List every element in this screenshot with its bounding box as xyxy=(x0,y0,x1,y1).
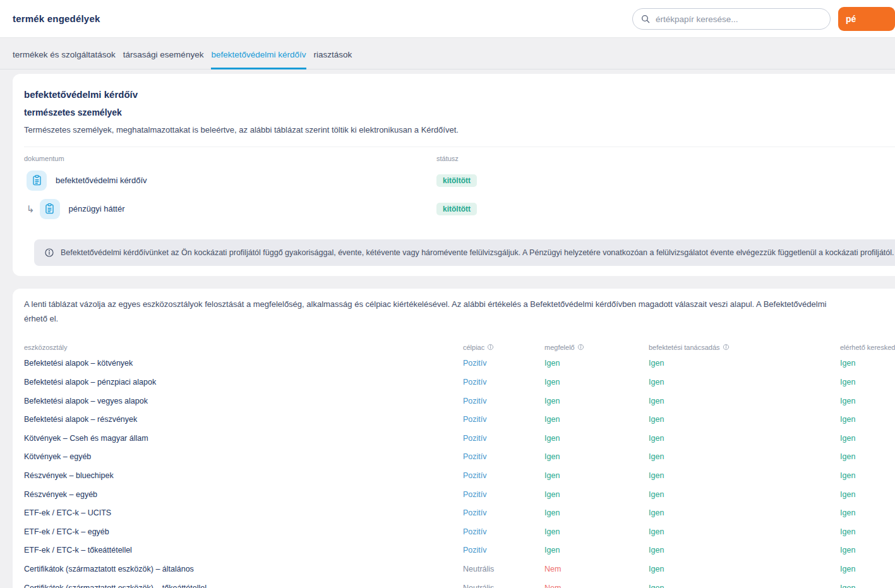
advisory-cell: Igen xyxy=(649,415,840,424)
advisory-cell: Igen xyxy=(649,378,840,387)
suitable-cell: Igen xyxy=(544,546,649,555)
child-arrow-icon: ↳ xyxy=(27,203,35,215)
document-row: ↳ pénzügyi háttér kitöltött xyxy=(24,195,895,223)
asset-class-cell: ETF-ek / ETC-k – tőkeáttétellel xyxy=(24,546,463,555)
assessment-description: A lenti táblázat vázolja az egyes eszköz… xyxy=(24,297,895,327)
available-cell: Igen xyxy=(840,471,895,480)
assessment-description-line2: érhető el. xyxy=(24,312,895,327)
advisory-cell: Igen xyxy=(649,452,840,461)
suitable-cell: Igen xyxy=(544,508,649,517)
info-banner: Befektetővédelmi kérdőívünket az Ön kock… xyxy=(34,239,895,266)
suitable-cell: Igen xyxy=(544,434,649,443)
table-row: Részvények – egyéb Pozitív Igen Igen Ige… xyxy=(24,485,895,504)
asset-class-cell: Befektetési alapok – kötvények xyxy=(24,359,463,368)
available-cell: Igen xyxy=(840,378,895,387)
table-row: Kötvények – egyéb Pozitív Igen Igen Igen xyxy=(24,448,895,467)
card-subtitle: természetes személyek xyxy=(24,107,895,117)
available-cell: Igen xyxy=(840,397,895,405)
column-header-document: dokumentum xyxy=(24,155,436,162)
table-row: Részvények – bluechipek Pozitív Igen Ige… xyxy=(24,466,895,485)
advisory-cell: Igen xyxy=(649,584,840,588)
table-row: ETF-ek / ETC-k – tőkeáttétellel Pozitív … xyxy=(24,541,895,560)
table-row: Befektetési alapok – vegyes alapok Pozit… xyxy=(24,392,895,411)
table-row: Befektetési alapok – pénzpiaci alapok Po… xyxy=(24,373,895,392)
available-cell: Igen xyxy=(840,546,895,555)
info-icon[interactable] xyxy=(487,344,494,351)
target-market-cell: Neutrális xyxy=(463,565,544,573)
top-bar: termék engedélyek pé xyxy=(0,0,895,38)
advisory-cell: Igen xyxy=(649,490,840,499)
suitable-cell: Igen xyxy=(544,397,649,405)
tab-alerts[interactable]: riasztások xyxy=(314,50,352,69)
assessment-card: A lenti táblázat vázolja az egyes eszköz… xyxy=(13,289,895,588)
target-market-cell: Pozitív xyxy=(463,397,544,405)
table-row: ETF-ek / ETC-k – egyéb Pozitív Igen Igen… xyxy=(24,522,895,541)
target-market-cell: Pozitív xyxy=(463,434,544,443)
security-search[interactable] xyxy=(632,8,831,30)
column-header-investment-advisory: befektetési tanácsadás xyxy=(649,344,840,351)
asset-class-cell: Befektetési alapok – vegyes alapok xyxy=(24,397,463,405)
available-cell: Igen xyxy=(840,490,895,499)
suitable-cell: Igen xyxy=(544,378,649,387)
assessment-description-line1: A lenti táblázat vázolja az egyes eszköz… xyxy=(24,297,895,312)
table-row: Befektetési alapok – kötvények Pozitív I… xyxy=(24,354,895,373)
clipboard-icon xyxy=(27,171,47,191)
asset-class-cell: Certifikátok (származtatott eszközök) – … xyxy=(24,584,463,588)
assessment-table-body: Befektetési alapok – kötvények Pozitív I… xyxy=(24,354,895,588)
table-row: Kötvények – Cseh és magyar állam Pozitív… xyxy=(24,429,895,448)
available-cell: Igen xyxy=(840,415,895,424)
tab-corporate-events[interactable]: társasági események xyxy=(123,50,204,69)
column-header-target-market: célpiac xyxy=(463,344,544,351)
info-icon xyxy=(44,248,54,258)
advisory-cell: Igen xyxy=(649,565,840,573)
available-cell: Igen xyxy=(840,508,895,517)
suitable-cell: Nem xyxy=(544,584,649,588)
asset-class-cell: Befektetési alapok – pénzpiaci alapok xyxy=(24,378,463,387)
assessment-table-header: eszközosztály célpiac megfelelő befektet… xyxy=(24,340,895,354)
search-input[interactable] xyxy=(656,15,822,24)
info-icon[interactable] xyxy=(723,344,730,351)
table-row: Certifikátok (származtatott eszközök) – … xyxy=(24,579,895,588)
asset-class-cell: Befektetési alapok – részvények xyxy=(24,415,463,424)
suitable-cell: Igen xyxy=(544,359,649,368)
questionnaire-card: befektetővédelmi kérdőív természetes sze… xyxy=(13,74,895,276)
document-label: befektetővédelmi kérdőív xyxy=(56,176,147,185)
available-cell: Igen xyxy=(840,359,895,368)
card-description: Természetes személyek, meghatalmazottaka… xyxy=(24,124,895,136)
available-cell: Igen xyxy=(840,452,895,461)
tab-bar: termékek és szolgáltatások társasági ese… xyxy=(0,38,895,69)
info-banner-text: Befektetővédelmi kérdőívünket az Ön kock… xyxy=(61,248,894,257)
document-row: befektetővédelmi kérdőív kitöltött xyxy=(24,166,895,195)
asset-class-cell: Certifikátok (származtatott eszközök) – … xyxy=(24,565,463,573)
advisory-cell: Igen xyxy=(649,434,840,443)
target-market-cell: Pozitív xyxy=(463,508,544,517)
suitable-cell: Igen xyxy=(544,490,649,499)
suitable-cell: Igen xyxy=(544,471,649,480)
column-header-asset-class: eszközosztály xyxy=(24,344,463,351)
target-market-cell: Pozitív xyxy=(463,471,544,480)
tab-investor-protection-questionnaire[interactable]: befektetővédelmi kérdőív xyxy=(211,50,306,69)
advisory-cell: Igen xyxy=(649,527,840,536)
target-market-cell: Pozitív xyxy=(463,527,544,536)
asset-class-cell: ETF-ek / ETC-k – egyéb xyxy=(24,527,463,536)
tab-products-services[interactable]: termékek és szolgáltatások xyxy=(13,50,116,69)
target-market-cell: Pozitív xyxy=(463,452,544,461)
asset-class-cell: Részvények – egyéb xyxy=(24,490,463,499)
column-header-status: státusz xyxy=(436,155,895,162)
advisory-cell: Igen xyxy=(649,359,840,368)
asset-class-cell: Részvények – bluechipek xyxy=(24,471,463,480)
available-cell: Igen xyxy=(840,527,895,536)
table-row: Certifikátok (származtatott eszközök) – … xyxy=(24,560,895,579)
search-icon xyxy=(640,14,651,24)
document-label: pénzügyi háttér xyxy=(69,204,125,213)
info-icon[interactable] xyxy=(577,344,584,351)
target-market-cell: Neutrális xyxy=(463,584,544,588)
status-badge: kitöltött xyxy=(436,174,477,187)
page-title: termék engedélyek xyxy=(13,13,100,24)
primary-action-button[interactable]: pé xyxy=(838,7,895,31)
asset-class-cell: ETF-ek / ETC-k – UCITS xyxy=(24,508,463,517)
available-cell: Igen xyxy=(840,565,895,573)
table-row: Befektetési alapok – részvények Pozitív … xyxy=(24,410,895,429)
target-market-cell: Pozitív xyxy=(463,546,544,555)
target-market-cell: Pozitív xyxy=(463,415,544,424)
